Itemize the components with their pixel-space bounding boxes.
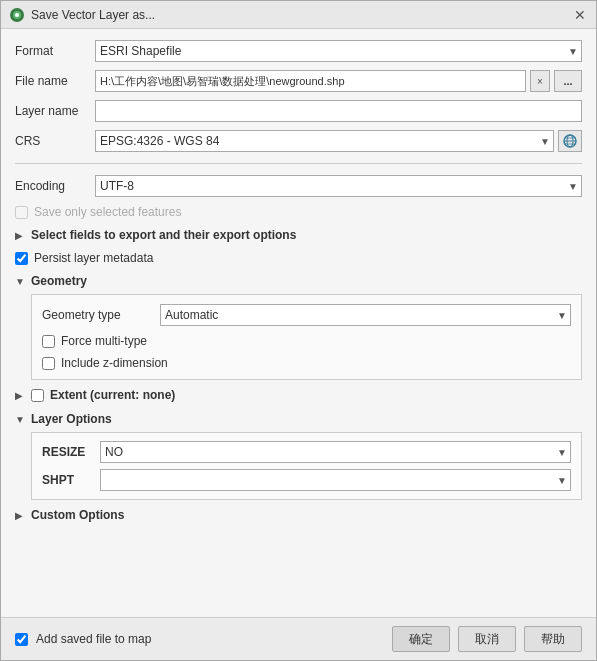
- resize-select-wrapper: NO ▼: [100, 441, 571, 463]
- extent-section-header[interactable]: ▶ Extent (current: none): [15, 386, 582, 404]
- format-select[interactable]: ESRI Shapefile: [95, 40, 582, 62]
- encoding-row: Encoding UTF-8 ▼: [15, 174, 582, 198]
- layer-options-box: RESIZE NO ▼ SHPT: [31, 432, 582, 500]
- persist-metadata-label: Persist layer metadata: [34, 251, 153, 265]
- layer-options-section: ▼ Layer Options RESIZE NO ▼: [15, 410, 582, 500]
- format-row: Format ESRI Shapefile ▼: [15, 39, 582, 63]
- filename-label: File name: [15, 74, 87, 88]
- save-selected-checkbox[interactable]: [15, 206, 28, 219]
- select-fields-title: Select fields to export and their export…: [31, 228, 296, 242]
- layername-row: Layer name: [15, 99, 582, 123]
- cancel-button[interactable]: 取消: [458, 626, 516, 652]
- filename-browse-button[interactable]: ...: [554, 70, 582, 92]
- save-selected-label: Save only selected features: [34, 205, 181, 219]
- globe-icon: [562, 133, 578, 149]
- geometry-section: ▼ Geometry Geometry type Automatic ▼: [15, 272, 582, 380]
- dialog-content: Format ESRI Shapefile ▼ File name × ...: [1, 29, 596, 617]
- crs-select[interactable]: EPSG:4326 - WGS 84: [95, 130, 554, 152]
- encoding-select[interactable]: UTF-8: [95, 175, 582, 197]
- force-multi-row: Force multi-type: [42, 333, 571, 349]
- filename-row: File name × ...: [15, 69, 582, 93]
- geometry-arrow: ▼: [15, 276, 25, 287]
- include-z-checkbox[interactable]: [42, 357, 55, 370]
- extent-section: ▶ Extent (current: none): [15, 386, 582, 404]
- include-z-row: Include z-dimension: [42, 355, 571, 371]
- crs-label: CRS: [15, 134, 87, 148]
- close-button[interactable]: ✕: [572, 7, 588, 23]
- window-title: Save Vector Layer as...: [31, 8, 155, 22]
- select-fields-arrow: ▶: [15, 230, 25, 241]
- save-selected-row: Save only selected features: [15, 204, 582, 220]
- geometry-type-row: Geometry type Automatic ▼: [42, 303, 571, 327]
- layer-options-title: Layer Options: [31, 412, 112, 426]
- filename-input[interactable]: [95, 70, 526, 92]
- crs-settings-button[interactable]: [558, 130, 582, 152]
- filename-input-group: × ...: [95, 70, 582, 92]
- geometry-type-label: Geometry type: [42, 308, 152, 322]
- select-fields-section-header[interactable]: ▶ Select fields to export and their expo…: [15, 226, 582, 244]
- crs-input-group: EPSG:4326 - WGS 84 ▼: [95, 130, 582, 152]
- svg-point-2: [15, 13, 19, 17]
- geometry-section-content: Geometry type Automatic ▼ Force multi-ty…: [31, 294, 582, 380]
- resize-select[interactable]: NO: [100, 441, 571, 463]
- main-window: Save Vector Layer as... ✕ Format ESRI Sh…: [0, 0, 597, 661]
- clear-icon: ×: [537, 76, 543, 87]
- extent-checkbox[interactable]: [31, 389, 44, 402]
- qgis-icon: [9, 7, 25, 23]
- persist-metadata-row: Persist layer metadata: [15, 250, 582, 266]
- encoding-select-wrapper: UTF-8 ▼: [95, 175, 582, 197]
- titlebar-left: Save Vector Layer as...: [9, 7, 155, 23]
- shpt-select-wrapper: ▼: [100, 469, 571, 491]
- geometry-section-header[interactable]: ▼ Geometry: [15, 272, 582, 290]
- titlebar: Save Vector Layer as... ✕: [1, 1, 596, 29]
- footer: Add saved file to map 确定 取消 帮助: [1, 617, 596, 660]
- encoding-label: Encoding: [15, 179, 87, 193]
- format-label: Format: [15, 44, 87, 58]
- geometry-title: Geometry: [31, 274, 87, 288]
- include-z-label: Include z-dimension: [61, 356, 168, 370]
- extent-arrow: ▶: [15, 390, 25, 401]
- help-button[interactable]: 帮助: [524, 626, 582, 652]
- geometry-type-select-wrapper: Automatic ▼: [160, 304, 571, 326]
- custom-options-arrow: ▶: [15, 510, 25, 521]
- crs-row: CRS EPSG:4326 - WGS 84 ▼: [15, 129, 582, 153]
- force-multi-label: Force multi-type: [61, 334, 147, 348]
- custom-options-section: ▶ Custom Options: [15, 506, 582, 524]
- layer-option-shpt-row: SHPT ▼: [42, 469, 571, 491]
- add-to-map-checkbox[interactable]: [15, 633, 28, 646]
- add-to-map-label: Add saved file to map: [36, 632, 151, 646]
- shpt-select[interactable]: [100, 469, 571, 491]
- layer-options-section-header[interactable]: ▼ Layer Options: [15, 410, 582, 428]
- layer-option-resize-row: RESIZE NO ▼: [42, 441, 571, 463]
- layername-label: Layer name: [15, 104, 87, 118]
- browse-label: ...: [563, 75, 572, 87]
- layer-options-arrow: ▼: [15, 414, 25, 425]
- geometry-box: Geometry type Automatic ▼ Force multi-ty…: [31, 294, 582, 380]
- layer-options-section-content: RESIZE NO ▼ SHPT: [31, 432, 582, 500]
- persist-metadata-checkbox[interactable]: [15, 252, 28, 265]
- filename-clear-button[interactable]: ×: [530, 70, 550, 92]
- force-multi-checkbox[interactable]: [42, 335, 55, 348]
- layername-input[interactable]: [95, 100, 582, 122]
- divider-1: [15, 163, 582, 164]
- extent-title: Extent (current: none): [50, 388, 175, 402]
- crs-select-wrapper: EPSG:4326 - WGS 84 ▼: [95, 130, 554, 152]
- resize-label: RESIZE: [42, 445, 92, 459]
- custom-options-title: Custom Options: [31, 508, 124, 522]
- geometry-type-select[interactable]: Automatic: [160, 304, 571, 326]
- shpt-label: SHPT: [42, 473, 92, 487]
- format-select-wrapper: ESRI Shapefile ▼: [95, 40, 582, 62]
- custom-options-section-header[interactable]: ▶ Custom Options: [15, 506, 582, 524]
- ok-button[interactable]: 确定: [392, 626, 450, 652]
